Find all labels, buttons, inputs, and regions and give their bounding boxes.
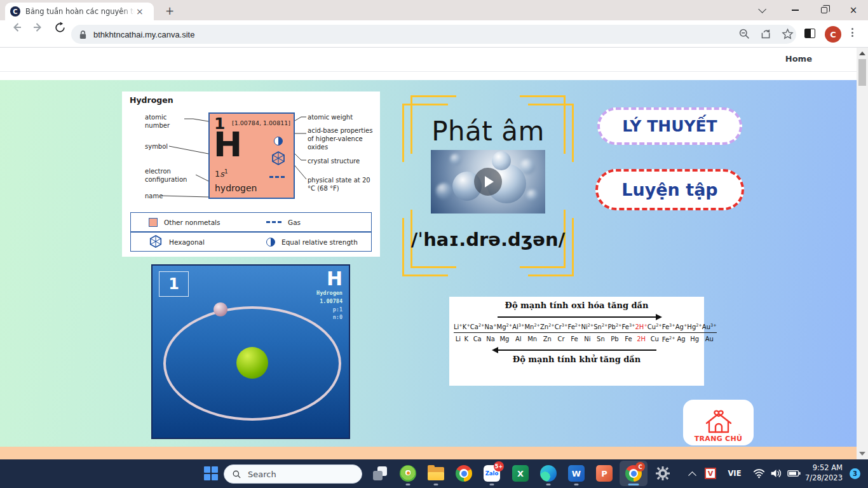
- page-scrollbar[interactable]: [857, 48, 868, 459]
- chrome-icon: [456, 465, 472, 482]
- hydrogen-infographic: Hydrogen atomic number symbol electron c…: [122, 92, 380, 257]
- language-indicator[interactable]: VIE: [724, 461, 745, 486]
- label-atomic-weight: atomic weight: [308, 113, 377, 121]
- scroll-up-icon[interactable]: [859, 51, 865, 55]
- atom-mass: 1.00784: [316, 297, 342, 306]
- wifi-button[interactable]: [751, 461, 766, 486]
- series-pair: Ni2+Ni: [581, 323, 593, 344]
- play-button[interactable]: [474, 168, 502, 196]
- atom-neutrons: n:0: [316, 313, 342, 322]
- edge-button[interactable]: [536, 461, 561, 486]
- label-symbol: symbol: [145, 142, 168, 151]
- clock-date: 7/28/2023: [805, 473, 843, 484]
- series-pair: Fe3+Fe: [622, 323, 635, 344]
- series-pair: Zn2+Zn: [540, 323, 555, 344]
- new-tab-button[interactable]: +: [161, 3, 178, 19]
- notification-count-badge[interactable]: 3: [850, 468, 860, 479]
- volume-button[interactable]: [768, 461, 783, 486]
- scroll-down-icon[interactable]: [859, 452, 865, 456]
- bookmark-star-icon[interactable]: [779, 25, 796, 42]
- activity-series-chart: Độ mạnh tính oxi hóa tăng dần Li+LiK+KCa…: [449, 297, 704, 386]
- home-button[interactable]: TRANG CHỦ: [683, 400, 754, 445]
- windows-taskbar: Search Zalo 5+ X W P: [0, 459, 868, 488]
- ime-vietkey-button[interactable]: V: [703, 461, 718, 486]
- share-icon[interactable]: [757, 25, 774, 42]
- canva-favicon-icon: C: [10, 6, 20, 17]
- back-icon[interactable]: [8, 18, 25, 36]
- practice-button[interactable]: Luyện tập: [595, 169, 744, 210]
- series-pair: Ca2+Ca: [470, 323, 485, 344]
- chrome-profile-badge: C: [635, 462, 645, 471]
- reduction-title: Độ mạnh tính khử tăng dần: [449, 355, 704, 364]
- legend-row-2: Hexagonal Equal relative strength: [130, 232, 372, 252]
- zoom-indicator-icon[interactable]: [736, 25, 752, 42]
- speaker-icon: [770, 468, 782, 478]
- series-pair: Cr3+Cr: [555, 323, 568, 344]
- series-pair: Ag+Ag: [675, 323, 688, 344]
- browser-tab[interactable]: C Bảng tuần hoàn các nguyên tố h ×: [5, 3, 154, 20]
- series-pair: 2H+2H: [635, 323, 647, 344]
- series-pair: Fe3+Fe2+: [662, 323, 675, 344]
- side-panel-icon[interactable]: [804, 29, 815, 38]
- home-button-label: TRANG CHỦ: [695, 435, 742, 443]
- restore-button[interactable]: [810, 0, 839, 20]
- atom-visualization[interactable]: 1 H Hydrogen 1.00784 p:1 n:0: [151, 264, 350, 439]
- series-pair: Al3+Al: [512, 323, 524, 344]
- task-view-button[interactable]: [367, 461, 393, 486]
- profile-avatar[interactable]: C: [825, 26, 841, 43]
- lock-icon: [79, 30, 87, 39]
- home-link[interactable]: Home: [785, 54, 812, 64]
- word-button[interactable]: W: [564, 461, 589, 486]
- browser-menu-icon[interactable]: [851, 28, 853, 37]
- series-pair: Na+Na: [485, 323, 497, 344]
- play-icon: [485, 176, 494, 187]
- electron-configuration-value: 1s1: [215, 168, 228, 179]
- start-button[interactable]: [198, 461, 224, 486]
- folder-icon: [428, 467, 444, 480]
- video-thumbnail[interactable]: [431, 150, 545, 214]
- chrome-active-button[interactable]: C: [620, 461, 648, 486]
- forward-icon[interactable]: [29, 18, 47, 36]
- atom-symbol: H: [316, 268, 342, 289]
- legend-label: Other nonmetals: [164, 219, 220, 226]
- scrollbar-thumb[interactable]: [858, 59, 866, 86]
- close-window-button[interactable]: ×: [839, 0, 868, 20]
- series-pair: Hg2+Hg: [687, 323, 702, 344]
- page-top-spacer: [0, 72, 857, 80]
- battery-button[interactable]: [785, 461, 802, 486]
- powerpoint-button[interactable]: P: [592, 461, 617, 486]
- series-pair: Fe2+Fe: [567, 323, 581, 344]
- excel-button[interactable]: X: [508, 461, 533, 486]
- chrome-button[interactable]: [451, 461, 477, 486]
- electron-ball: [214, 302, 227, 316]
- tray-overflow-chevron[interactable]: [684, 461, 700, 486]
- address-bar[interactable]: bthkhtncathai.my.canva.site: [71, 25, 796, 44]
- label-physical-state: physical state at 20 °C (68 °F): [308, 176, 371, 193]
- settings-button[interactable]: [650, 461, 675, 486]
- legend-label: Equal relative strength: [281, 238, 358, 246]
- gear-icon: [655, 466, 670, 481]
- tab-search-chevron-icon[interactable]: [746, 0, 775, 20]
- taskbar-search[interactable]: Search: [224, 464, 362, 484]
- search-icon: [232, 470, 241, 479]
- zalo-badge: 5+: [494, 461, 504, 471]
- coccoc-icon: [400, 465, 416, 482]
- reload-icon[interactable]: [51, 18, 69, 36]
- pronunciation-title: Phát âm: [407, 116, 569, 147]
- series-pair: Sn2+Sn: [593, 323, 607, 344]
- zalo-button[interactable]: Zalo 5+: [479, 461, 505, 486]
- minimize-button[interactable]: [780, 0, 810, 20]
- atom-name: Hydrogen: [316, 289, 342, 297]
- search-placeholder: Search: [248, 470, 276, 479]
- word-icon: W: [568, 465, 585, 482]
- crystal-structure-icon: [271, 151, 286, 168]
- taskbar-clock[interactable]: 9:52 AM 7/28/2023: [805, 461, 843, 486]
- edge-icon: [540, 465, 557, 482]
- file-explorer-button[interactable]: [423, 461, 449, 486]
- series-pair: K+K: [463, 323, 470, 344]
- label-atomic-number: atomic number: [145, 113, 184, 130]
- label-electron-configuration: electron configuration: [145, 167, 196, 184]
- theory-button[interactable]: LÝ THUYẾT: [597, 107, 742, 145]
- tab-close-icon[interactable]: ×: [136, 7, 144, 16]
- coccoc-button[interactable]: [395, 461, 421, 486]
